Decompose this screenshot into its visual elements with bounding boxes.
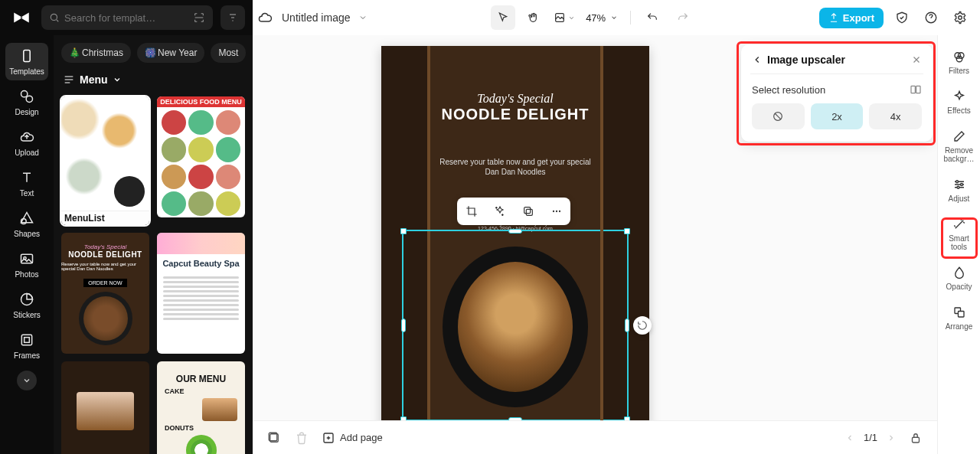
template-card-cake[interactable] (61, 361, 149, 454)
search-icon (49, 12, 60, 23)
nav-photos[interactable]: Photos (5, 246, 48, 283)
nav-more[interactable] (17, 371, 37, 390)
resize-handle-se[interactable] (624, 416, 630, 420)
rail-smart-tools[interactable]: Smart tools (941, 211, 978, 257)
crop-icon[interactable] (463, 203, 480, 220)
template-preview (186, 435, 217, 454)
rail-filters[interactable]: Filters (941, 43, 978, 81)
filter-icon[interactable] (220, 5, 245, 30)
nav-label: Frames (14, 351, 40, 360)
zoom-level[interactable]: 47% (583, 12, 621, 24)
chip-newyear[interactable]: 🎆New Year (137, 43, 204, 63)
template-card-noodle[interactable]: Today's Special NOODLE DELIGHT Reserve y… (61, 233, 149, 354)
resize-handle-w[interactable] (401, 318, 406, 332)
chevron-down-icon (113, 75, 122, 84)
resolution-2x[interactable]: 2x (811, 103, 864, 129)
panel-heading[interactable]: Menu (54, 66, 253, 93)
more-icon[interactable] (548, 203, 565, 220)
resize-handle-e[interactable] (625, 318, 629, 332)
canvas-stage[interactable]: Today's Special NOODLE DELIGHT Reserve y… (253, 35, 937, 420)
pointer-tool[interactable] (491, 5, 515, 30)
template-label: Reserve your table now and get your spec… (61, 262, 149, 271)
export-button[interactable]: Export (819, 8, 884, 28)
effects-icon (952, 89, 967, 104)
nav-design[interactable]: Design (5, 83, 48, 121)
chevron-down-icon (610, 14, 618, 21)
nav-label: Design (15, 108, 38, 116)
selection-box[interactable] (402, 230, 629, 420)
resize-handle-nw[interactable] (400, 228, 407, 234)
nav-upload[interactable]: Upload (5, 124, 48, 162)
svg-rect-24 (913, 437, 920, 443)
template-card-spa[interactable]: Capcut Beauty Spa (157, 233, 245, 354)
rail-adjust[interactable]: Adjust (941, 171, 978, 209)
scan-icon[interactable] (193, 11, 205, 24)
chip-most[interactable]: Most (211, 43, 246, 63)
rail-effects[interactable]: Effects (941, 83, 978, 121)
template-preview (157, 273, 245, 324)
settings-icon[interactable] (949, 7, 971, 28)
redo-button[interactable] (671, 5, 695, 30)
rotate-handle[interactable] (633, 316, 652, 335)
rail-arrange[interactable]: Arrange (941, 299, 978, 337)
app-logo[interactable] (9, 5, 34, 30)
resolution-none[interactable] (752, 103, 805, 129)
heading-script: Today's Special (430, 92, 600, 106)
document-title[interactable]: Untitled image (282, 11, 351, 24)
svg-point-5 (21, 91, 28, 97)
delete-icon[interactable] (294, 430, 309, 446)
hand-tool[interactable] (521, 5, 546, 30)
image-context-toolbar (457, 198, 570, 225)
compare-icon[interactable] (910, 83, 922, 96)
template-preview (157, 107, 245, 217)
rail-label: Filters (949, 67, 969, 75)
template-label: Today's Special (84, 243, 127, 250)
resize-handle-n[interactable] (508, 229, 522, 234)
chip-christmas[interactable]: 🎄Christmas (61, 43, 131, 63)
svg-rect-18 (911, 86, 915, 93)
nav-templates[interactable]: Templates (5, 43, 48, 80)
undo-button[interactable] (640, 5, 665, 30)
nav-stickers[interactable]: Stickers (5, 286, 48, 324)
canvas-artboard[interactable]: Today's Special NOODLE DELIGHT Reserve y… (381, 46, 649, 420)
svg-point-26 (958, 53, 964, 59)
layers-icon[interactable] (266, 430, 282, 446)
svg-point-6 (26, 96, 32, 102)
rail-removebg[interactable]: Remove backgr… (941, 122, 978, 169)
nav-text[interactable]: Text (5, 165, 48, 202)
resize-handle-s[interactable] (508, 417, 522, 420)
nav-shapes[interactable]: Shapes (5, 205, 48, 243)
back-icon[interactable] (752, 54, 763, 65)
template-card-menulist[interactable]: MenuList (61, 96, 149, 225)
bottom-bar: Add page 1/1 (253, 420, 937, 454)
nav-label: Stickers (13, 311, 41, 319)
template-card-ourmenu[interactable]: OUR MENU CAKE DONUTS (157, 361, 245, 454)
close-icon[interactable] (911, 54, 922, 65)
help-icon[interactable] (920, 7, 942, 28)
eraser-icon (952, 129, 967, 144)
resolution-4x[interactable]: 4x (869, 103, 922, 129)
crop-tool[interactable] (552, 5, 577, 30)
rail-opacity[interactable]: Opacity (941, 259, 978, 297)
opt-label: 4x (890, 111, 901, 122)
lock-icon[interactable] (908, 430, 923, 446)
page-indicator: 1/1 (864, 432, 877, 443)
search-input[interactable] (64, 12, 188, 24)
template-preview (61, 96, 149, 211)
magic-icon[interactable] (492, 203, 508, 220)
chip-label: New Year (158, 47, 197, 58)
resize-handle-ne[interactable] (624, 228, 630, 234)
prev-page[interactable] (845, 433, 854, 443)
none-icon (772, 110, 784, 122)
next-page[interactable] (887, 433, 896, 443)
shield-icon[interactable] (891, 7, 913, 28)
add-page-button[interactable]: Add page (322, 431, 383, 445)
nav-frames[interactable]: Frames (5, 327, 48, 364)
cloud-icon (256, 8, 274, 27)
copy-icon[interactable] (520, 203, 537, 220)
search-box[interactable] (41, 5, 213, 30)
resize-handle-sw[interactable] (400, 416, 407, 420)
chevron-down-icon[interactable] (358, 13, 368, 22)
template-card-foodmenu[interactable]: DELICIOUS FOOD MENU (157, 96, 245, 217)
opt-label: 2x (831, 111, 842, 122)
